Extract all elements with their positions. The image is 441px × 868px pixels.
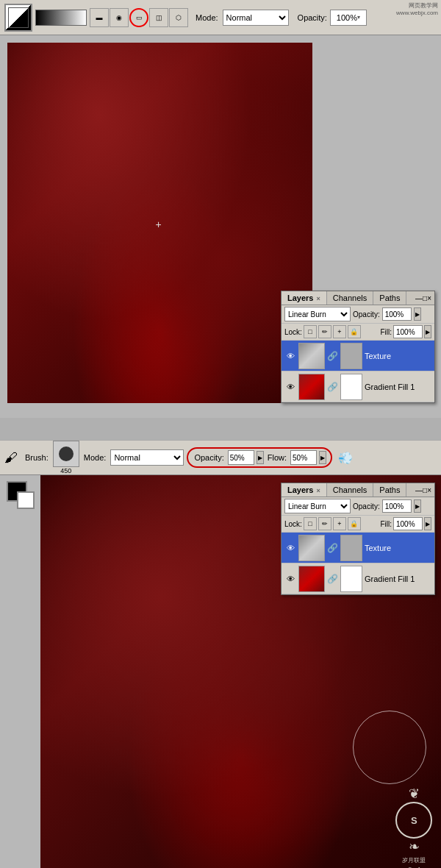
layer-texture-1[interactable]: 👁 🔗 Texture <box>282 341 434 371</box>
layer-texture-2[interactable]: 👁 🔗 Texture <box>282 533 434 563</box>
toolbar-top: ▬ ◉ ▭ ◫ ⬡ Mode: Normal Opacity: 100% ▾ 网… <box>0 0 441 35</box>
layer-mask-3 <box>340 535 362 561</box>
mode-label: Mode: <box>196 13 218 22</box>
fill-arrow-1[interactable]: ▶ <box>424 325 431 338</box>
tool-preview <box>4 4 32 32</box>
brush-flow-value: 50% <box>290 450 317 465</box>
lock-row-2: Lock: □ ✏ + 🔒 Fill: 100% ▶ <box>282 516 434 533</box>
tab-channels-1[interactable]: Channels <box>327 291 373 305</box>
tab-channels-2[interactable]: Channels <box>327 483 373 497</box>
layer-eye-2[interactable]: 👁 <box>284 381 296 393</box>
fill-value-1: 100% <box>393 325 423 338</box>
opacity-arrow-1[interactable]: ▶ <box>414 307 421 321</box>
brush-preview-group: 450 <box>53 441 79 474</box>
logo-wings: ❦ <box>395 786 434 802</box>
opacity-flow-group: Opacity: 50% ▶ Flow: 50% ▶ <box>187 447 332 468</box>
lock-icon-2[interactable]: ✏ <box>318 325 331 338</box>
brush-size: 450 <box>60 467 71 474</box>
brush-mode-label: Mode: <box>84 453 107 462</box>
tab-layers-2[interactable]: Layers × <box>282 483 327 497</box>
lock-icon-4[interactable]: 🔒 <box>348 325 361 338</box>
tab-paths-1[interactable]: Paths <box>373 291 406 305</box>
canvas1[interactable]: + <box>7 43 312 403</box>
layer-eye-3[interactable]: 👁 <box>284 542 296 554</box>
tab-layers-1[interactable]: Layers × <box>282 291 327 305</box>
logo-site-text: 岁月联盟 <box>395 856 434 864</box>
chain-icon-4: 🔗 <box>327 574 338 584</box>
watermark: 网页教学网 www.webjx.com <box>396 1 438 16</box>
lock-label-1: Lock: <box>284 328 302 336</box>
fill-arrow-2[interactable]: ▶ <box>424 517 431 530</box>
layer-thumb-texture-2 <box>298 535 325 561</box>
brush-preview[interactable] <box>53 441 79 467</box>
opacity-label-p1: Opacity: <box>353 310 380 319</box>
icon-btn-3[interactable]: ▭ <box>129 8 148 27</box>
layer-name-gradient-2: Gradient Fill 1 <box>365 574 431 583</box>
lock-icon-1[interactable]: □ <box>304 325 317 338</box>
lock-icon-5[interactable]: □ <box>304 517 317 530</box>
layers-panel-1: Layers × Channels Paths —□× Linear Burn … <box>281 291 435 403</box>
brush-flow-arrow[interactable]: ▶ <box>319 451 326 464</box>
panel-tabs-1: Layers × Channels Paths —□× <box>282 291 434 305</box>
layer-thumb-red-1 <box>298 374 325 400</box>
icon-buttons: ▬ ◉ ▭ ◫ ⬡ <box>90 8 188 27</box>
layer-mask-4 <box>340 566 362 592</box>
brush-circle <box>353 711 426 784</box>
color-bg[interactable] <box>17 491 35 509</box>
layer-name-gradient-1: Gradient Fill 1 <box>365 383 431 391</box>
airbrush-icon[interactable]: 💨 <box>338 451 353 465</box>
panel-close-1[interactable]: —□× <box>412 294 434 302</box>
lock-icon-6[interactable]: ✏ <box>318 517 331 530</box>
layer-thumb-texture-1 <box>298 343 325 369</box>
layer-name-texture-2: Texture <box>365 544 431 552</box>
mode-select[interactable]: Normal <box>223 10 289 26</box>
blend-row-2: Linear Burn Opacity: 100% ▶ <box>282 497 434 516</box>
layer-gradient-1[interactable]: 👁 🔗 Gradient Fill 1 <box>282 371 434 402</box>
icon-btn-5[interactable]: ⬡ <box>169 8 188 27</box>
fill-value-2: 100% <box>393 517 423 530</box>
layer-name-texture-1: Texture <box>365 352 431 360</box>
lock-row-1: Lock: □ ✏ + 🔒 Fill: 100% ▶ <box>282 324 434 341</box>
fill-label-1: Fill: <box>380 328 392 336</box>
brush-opacity-arrow[interactable]: ▶ <box>257 451 264 464</box>
layer-eye-1[interactable]: 👁 <box>284 350 296 362</box>
layer-thumb-red-2 <box>298 566 325 592</box>
blend-select-2[interactable]: Linear Burn <box>284 499 351 513</box>
fill-label-2: Fill: <box>380 520 392 528</box>
icon-btn-1[interactable]: ▬ <box>90 8 109 27</box>
opacity-arrow-2[interactable]: ▶ <box>414 499 421 513</box>
brush-opacity-label: Opacity: <box>194 453 223 462</box>
logo-wings-2: ❧ <box>395 839 434 855</box>
lock-icon-8[interactable]: 🔒 <box>348 517 361 530</box>
toolbar-brush: 🖌 Brush: 450 Mode: Normal Opacity: 50% ▶… <box>0 440 441 475</box>
bottom-logo: ❦ S ❧ 岁月联盟 www.5yc1.com <box>395 786 434 868</box>
layers-panel-2: Layers × Channels Paths —□× Linear Burn … <box>281 483 435 595</box>
opacity-value: 100% ▾ <box>330 10 367 26</box>
left-tools <box>0 475 40 868</box>
chain-icon-3: 🔗 <box>327 543 338 553</box>
gradient-preview[interactable] <box>35 10 87 26</box>
chain-icon-2: 🔗 <box>327 382 338 392</box>
opacity-label-p2: Opacity: <box>353 502 380 511</box>
section2-wrapper: Layers × Channels Paths —□× Linear Burn … <box>0 475 441 868</box>
layer-gradient-2[interactable]: 👁 🔗 Gradient Fill 1 <box>282 563 434 594</box>
chain-icon-1: 🔗 <box>327 351 338 361</box>
lock-icon-7[interactable]: + <box>333 517 346 530</box>
blend-select-1[interactable]: Linear Burn <box>284 307 351 321</box>
icon-btn-4[interactable]: ◫ <box>149 8 168 27</box>
brush-mode-select[interactable]: Normal <box>110 449 184 466</box>
color-boxes <box>7 481 35 509</box>
layer-eye-4[interactable]: 👁 <box>284 573 296 585</box>
lock-label-2: Lock: <box>284 520 302 528</box>
icon-btn-2[interactable]: ◉ <box>110 8 129 27</box>
tab-paths-2[interactable]: Paths <box>373 483 406 497</box>
crosshair: + <box>156 218 165 227</box>
divider <box>0 418 441 440</box>
panel-close-2[interactable]: —□× <box>412 486 434 494</box>
layer-mask-2 <box>340 374 362 400</box>
brush-flow-label: Flow: <box>268 453 287 462</box>
panel-tabs-2: Layers × Channels Paths —□× <box>282 483 434 497</box>
brush-label: Brush: <box>25 453 49 462</box>
blend-row-1: Linear Burn Opacity: 100% ▶ <box>282 305 434 324</box>
lock-icon-3[interactable]: + <box>333 325 346 338</box>
